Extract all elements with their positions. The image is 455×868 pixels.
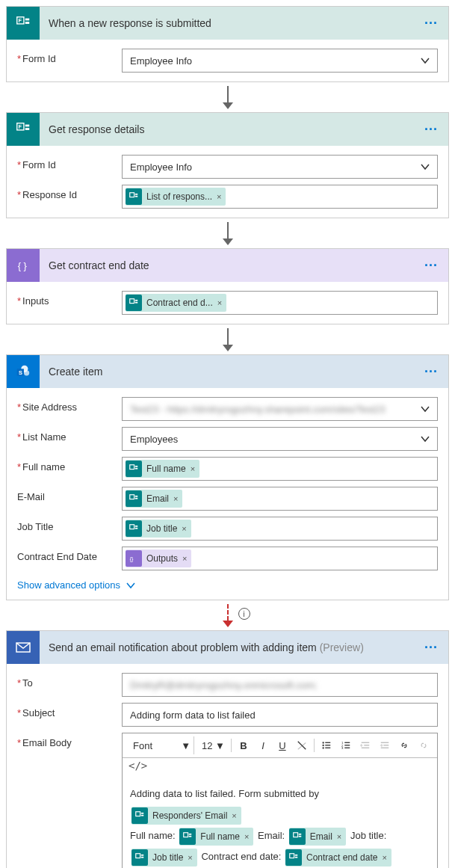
size-select[interactable]: 12 ▼ [199, 736, 228, 754]
to-label: *To [17, 673, 122, 689]
svg-rect-23 [135, 496, 138, 497]
menu-button[interactable]: ··· [414, 258, 448, 274]
menu-button[interactable]: ··· [414, 364, 448, 380]
send-email-header[interactable]: Send an email notification about problem… [7, 631, 448, 664]
job-title-input[interactable]: Job title × [122, 517, 438, 541]
menu-button[interactable]: ··· [414, 640, 448, 656]
token-email[interactable]: Email × [289, 828, 346, 846]
svg-rect-12 [130, 299, 134, 304]
svg-rect-24 [135, 498, 138, 499]
underline-button[interactable]: U [273, 736, 291, 754]
svg-rect-39 [344, 745, 350, 745]
svg-point-30 [322, 742, 324, 743]
email-body-content[interactable]: Adding data to list failed. Form submitt… [123, 776, 437, 868]
svg-rect-56 [299, 835, 302, 837]
svg-rect-1 [25, 19, 30, 21]
get-response-card: F Get response details ··· *Form Id Empl… [6, 112, 449, 218]
forms-icon [126, 520, 142, 537]
forms-icon [126, 188, 142, 205]
subject-input[interactable]: Adding form data to list failed [122, 703, 438, 727]
show-advanced-options[interactable]: Show advanced options [17, 579, 438, 591]
token-job-title[interactable]: Job title × [126, 520, 191, 538]
compose-header[interactable]: { } Get contract end date ··· [7, 249, 448, 282]
menu-button[interactable]: ··· [414, 122, 448, 138]
bold-button[interactable]: B [235, 736, 253, 754]
token-remove[interactable]: × [182, 524, 186, 533]
form-id-select[interactable]: Employee Info [122, 49, 438, 73]
contract-end-input[interactable]: {} Outputs × [122, 547, 438, 570]
token-label: Job title [152, 847, 183, 868]
svg-rect-61 [295, 854, 298, 855]
link-button[interactable] [395, 736, 413, 754]
token-remove[interactable]: × [244, 826, 249, 847]
trigger-header[interactable]: F When a new response is submitted ··· [7, 7, 448, 40]
full-name-label: *Full name [17, 457, 122, 473]
token-remove[interactable]: × [182, 554, 187, 563]
svg-rect-44 [362, 748, 370, 748]
token-job-title[interactable]: Job title × [131, 849, 197, 867]
indent-button[interactable] [376, 736, 394, 754]
info-icon[interactable]: i [238, 608, 250, 620]
editor-toolbar: Font▼ 12 ▼ B I U [123, 733, 437, 758]
token-remove[interactable]: × [382, 847, 386, 868]
forms-icon [179, 828, 196, 845]
token-responders-email[interactable]: Responders' Email × [131, 807, 241, 825]
strikethrough-button[interactable] [293, 736, 311, 754]
font-select[interactable]: Font▼ [127, 736, 194, 754]
outdent-button[interactable] [356, 736, 374, 754]
token-remove[interactable]: × [232, 805, 236, 826]
token-label: Full name [146, 464, 186, 474]
get-response-header[interactable]: F Get response details ··· [7, 113, 448, 146]
inputs-input[interactable]: Contract end d... × [122, 291, 438, 315]
token-list-of-responses[interactable]: List of respons... × [126, 188, 226, 206]
contract-end-label: Contract End Date [17, 547, 122, 562]
svg-rect-22 [130, 495, 134, 499]
token-remove[interactable]: × [217, 298, 222, 307]
token-label: Responders' Email [152, 805, 227, 826]
chevron-down-icon [421, 162, 430, 171]
forms-icon [289, 828, 306, 845]
token-contract-end[interactable]: Contract end d... × [126, 294, 226, 312]
svg-text:F: F [19, 17, 22, 24]
form-id-value: Employee Info [130, 55, 192, 67]
token-remove[interactable]: × [191, 464, 195, 473]
arrow-connector [6, 218, 449, 248]
email-body-editor: Font▼ 12 ▼ B I U [122, 733, 438, 868]
response-id-input[interactable]: List of respons... × [122, 185, 438, 209]
token-label: Contract end date [306, 847, 377, 868]
svg-rect-33 [325, 745, 330, 745]
token-remove[interactable]: × [173, 494, 178, 503]
token-label: Job title [146, 523, 177, 534]
svg-rect-2 [25, 22, 30, 24]
numbered-list-button[interactable]: 123 [337, 736, 355, 754]
token-remove[interactable]: × [188, 847, 192, 868]
list-name-select[interactable]: Employees [122, 427, 438, 451]
chevron-down-icon [421, 404, 430, 413]
send-email-title: Send an email notification about problem… [40, 641, 414, 653]
italic-button[interactable]: I [254, 736, 272, 754]
token-label: Full name [200, 826, 240, 847]
token-full-name[interactable]: Full name × [126, 460, 199, 478]
token-remove[interactable]: × [337, 826, 341, 847]
token-email[interactable]: Email × [126, 490, 182, 508]
code-view-button[interactable]: </> [123, 758, 437, 776]
create-item-header[interactable]: S Create item ··· [7, 355, 448, 388]
token-outputs[interactable]: {} Outputs × [126, 550, 191, 567]
token-full-name[interactable]: Full name × [179, 828, 253, 846]
email-input[interactable]: Email × [122, 487, 438, 511]
svg-text:{ }: { } [18, 260, 28, 271]
full-name-input[interactable]: Full name × [122, 457, 438, 481]
bullet-list-button[interactable] [318, 736, 335, 754]
site-address-select[interactable]: Test23 - https://dmitryrogozhny.sharepoi… [122, 397, 438, 421]
token-contract-end-date[interactable]: Contract end date × [285, 849, 391, 867]
forms-icon: F [7, 7, 40, 40]
svg-text:{}: {} [130, 556, 134, 562]
to-input[interactable]: DmitryR@dmitryrogozhny.onmicrosoft.com; [122, 673, 438, 697]
form-id-select[interactable]: Employee Info [122, 155, 438, 179]
form-id-value: Employee Info [130, 161, 192, 173]
unlink-button[interactable] [415, 736, 433, 754]
svg-rect-8 [130, 193, 134, 197]
token-remove[interactable]: × [217, 192, 221, 201]
menu-button[interactable]: ··· [414, 16, 448, 31]
email-body-label: *Email Body [17, 733, 122, 748]
